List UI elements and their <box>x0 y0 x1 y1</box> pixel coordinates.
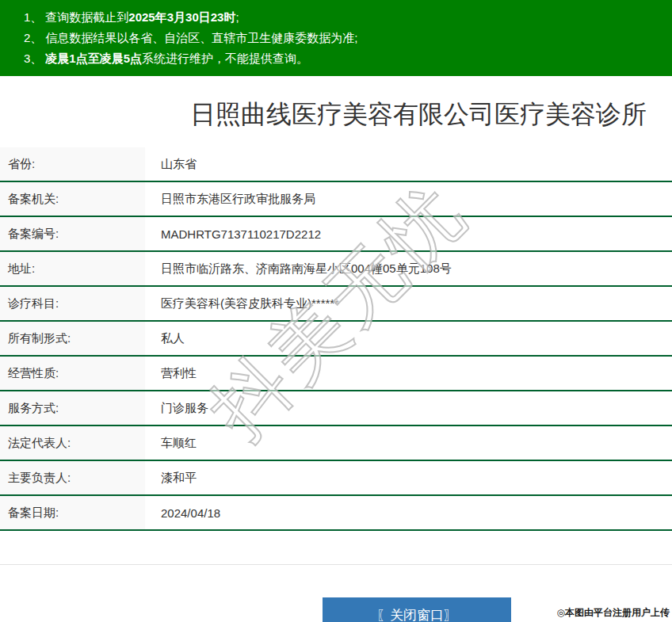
row-value: 漆和平 <box>145 461 672 494</box>
row-label: 备案机关: <box>0 182 145 216</box>
notice-line: 2、信息数据结果以各省、自治区、直辖市卫生健康委数据为准; <box>24 28 664 48</box>
notice-text-segment: 系统进行维护，不能提供查询。 <box>142 52 308 65</box>
row-value: 山东省 <box>145 147 672 181</box>
notice-text-segment: 信息数据结果以各省、自治区、直辖市卫生健康委数据为准; <box>45 31 357 44</box>
row-value: 2024/04/18 <box>145 496 672 529</box>
notice-text-segment: ; <box>235 10 239 24</box>
close-window-button[interactable]: 〖关闭窗口〗 <box>323 597 511 622</box>
row-label: 诊疗科目: <box>0 287 145 320</box>
row-value: 私人 <box>145 322 672 355</box>
row-value: 营利性 <box>145 357 672 390</box>
notice-text-segment: 2025年3月30日23时 <box>128 10 235 24</box>
table-empty-row <box>0 531 672 565</box>
notice-number: 1、 <box>24 10 42 24</box>
table-row: 服务方式:门诊服务 <box>0 391 672 426</box>
row-label: 地址: <box>0 252 145 285</box>
table-row: 省份:山东省 <box>0 147 672 182</box>
row-value: 日照市临沂路东、济南路南海星小区004幢05单元108号 <box>145 252 672 285</box>
table-row: 备案日期:2024/04/18 <box>0 496 672 531</box>
notice-text-segment: 凌晨1点至凌晨5点 <box>45 52 142 65</box>
row-label: 主要负责人: <box>0 461 145 494</box>
row-label: 备案编号: <box>0 217 145 250</box>
row-label: 经营性质: <box>0 357 145 390</box>
table-row: 主要负责人:漆和平 <box>0 461 672 496</box>
row-value: MADHRTG7137110217D2212 <box>145 217 672 250</box>
table-row: 法定代表人:车顺红 <box>0 426 672 461</box>
table-row: 备案编号:MADHRTG7137110217D2212 <box>0 217 672 252</box>
table-row: 地址:日照市临沂路东、济南路南海星小区004幢05单元108号 <box>0 252 672 287</box>
notice-text-segment: 查询数据截止到 <box>45 10 128 24</box>
notice-header: 1、查询数据截止到2025年3月30日23时;2、信息数据结果以各省、自治区、直… <box>0 0 672 76</box>
table-row: 经营性质:营利性 <box>0 357 672 391</box>
notice-line: 1、查询数据截止到2025年3月30日23时; <box>24 7 664 28</box>
row-value: 日照市东港区行政审批服务局 <box>145 182 672 216</box>
notice-number: 2、 <box>24 31 42 44</box>
table-row: 备案机关:日照市东港区行政审批服务局 <box>0 182 672 217</box>
row-value: 车顺红 <box>145 426 672 460</box>
notice-line: 3、凌晨1点至凌晨5点系统进行维护，不能提供查询。 <box>24 48 664 69</box>
notice-number: 3、 <box>24 52 42 65</box>
upload-note: ◎本图由平台注册用户上传 <box>557 606 670 620</box>
row-label: 备案日期: <box>0 496 145 529</box>
row-label: 法定代表人: <box>0 426 145 460</box>
record-table: 省份:山东省备案机关:日照市东港区行政审批服务局备案编号:MADHRTG7137… <box>0 147 672 531</box>
page-title: 日照曲线医疗美容有限公司医疗美容诊所 <box>82 97 672 132</box>
row-value: 门诊服务 <box>145 391 672 425</box>
row-label: 省份: <box>0 147 145 181</box>
row-value: 医疗美容科(美容皮肤科专业)****** <box>145 287 672 320</box>
row-label: 服务方式: <box>0 391 145 425</box>
table-row: 诊疗科目:医疗美容科(美容皮肤科专业)****** <box>0 287 672 322</box>
table-row: 所有制形式:私人 <box>0 322 672 357</box>
row-label: 所有制形式: <box>0 322 145 355</box>
